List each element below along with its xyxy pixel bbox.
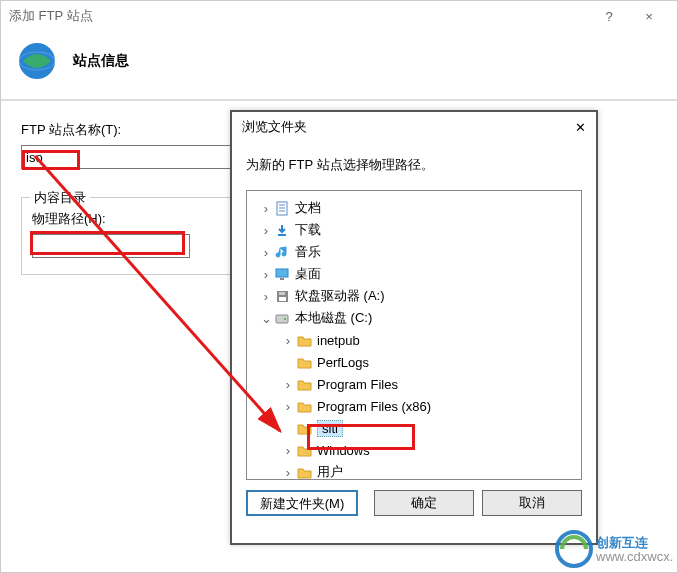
folder-icon (295, 465, 313, 480)
svg-text:创新互连: 创新互连 (595, 535, 649, 550)
header-area: 站点信息 (1, 31, 677, 101)
physical-path-input[interactable] (32, 234, 190, 258)
download-icon (273, 223, 291, 238)
close-button[interactable]: ✕ (562, 120, 586, 135)
browse-titlebar: 浏览文件夹 ✕ (232, 112, 596, 142)
folder-icon (295, 443, 313, 458)
chevron-right-icon[interactable]: › (281, 443, 295, 458)
tree-item-label: Program Files (317, 377, 398, 392)
tree-item-label: 本地磁盘 (C:) (295, 309, 372, 327)
folder-icon (295, 421, 313, 436)
svg-rect-11 (279, 297, 286, 301)
svg-rect-7 (276, 269, 288, 277)
tree-item[interactable]: ›文档 (249, 197, 579, 219)
chevron-right-icon[interactable]: › (281, 377, 295, 392)
svg-rect-10 (279, 292, 285, 295)
window-title: 添加 FTP 站点 (9, 7, 589, 25)
tree-item-label: 桌面 (295, 265, 321, 283)
chevron-right-icon[interactable]: › (281, 465, 295, 480)
browse-title: 浏览文件夹 (242, 118, 562, 136)
tree-item-label: 软盘驱动器 (A:) (295, 287, 385, 305)
disk-icon (273, 311, 291, 326)
tree-item-label: siti (317, 420, 343, 437)
tree-item[interactable]: ›Windows (249, 439, 579, 461)
page-title: 站点信息 (73, 52, 129, 70)
tree-item-label: 音乐 (295, 243, 321, 261)
folder-tree[interactable]: ›文档›下载›音乐›桌面›软盘驱动器 (A:)⌄本地磁盘 (C:)›inetpu… (246, 190, 582, 480)
folder-icon (295, 355, 313, 370)
music-icon (273, 245, 291, 260)
floppy-icon (273, 289, 291, 304)
svg-point-13 (284, 318, 286, 320)
desktop-icon (273, 267, 291, 282)
tree-item[interactable]: ›Program Files (x86) (249, 395, 579, 417)
tree-item[interactable]: ⌄本地磁盘 (C:) (249, 307, 579, 329)
tree-item[interactable]: ›桌面 (249, 263, 579, 285)
chevron-right-icon[interactable]: › (259, 201, 273, 216)
chevron-right-icon[interactable]: › (259, 223, 273, 238)
svg-rect-8 (280, 278, 284, 280)
folder-icon (295, 399, 313, 414)
chevron-right-icon[interactable]: › (259, 267, 273, 282)
tree-item[interactable]: ›Program Files (249, 373, 579, 395)
tree-item[interactable]: ›软盘驱动器 (A:) (249, 285, 579, 307)
browse-message: 为新的 FTP 站点选择物理路径。 (246, 156, 582, 174)
chevron-right-icon[interactable]: › (281, 333, 295, 348)
tree-item-label: Windows (317, 443, 370, 458)
content-dir-group: 内容目录 物理路径(H): (21, 197, 231, 275)
tree-item-label: PerfLogs (317, 355, 369, 370)
tree-item[interactable]: siti (249, 417, 579, 439)
new-folder-button[interactable]: 新建文件夹(M) (246, 490, 358, 516)
site-name-input[interactable] (21, 145, 231, 169)
physical-path-label: 物理路径(H): (32, 210, 220, 228)
main-titlebar: 添加 FTP 站点 ? × (1, 1, 677, 31)
ok-button[interactable]: 确定 (374, 490, 474, 516)
browse-folder-dialog: 浏览文件夹 ✕ 为新的 FTP 站点选择物理路径。 ›文档›下载›音乐›桌面›软… (230, 110, 598, 545)
tree-item-label: Program Files (x86) (317, 399, 431, 414)
tree-item[interactable]: ›用户 (249, 461, 579, 480)
tree-item-label: 文档 (295, 199, 321, 217)
help-button[interactable]: ? (589, 9, 629, 24)
cancel-button[interactable]: 取消 (482, 490, 582, 516)
tree-item[interactable]: ›下载 (249, 219, 579, 241)
tree-item-label: inetpub (317, 333, 360, 348)
chevron-right-icon[interactable]: › (259, 289, 273, 304)
group-label: 内容目录 (30, 189, 90, 207)
chevron-right-icon[interactable]: › (259, 245, 273, 260)
tree-item-label: 下载 (295, 221, 321, 239)
globe-icon (15, 39, 59, 83)
folder-icon (295, 333, 313, 348)
chevron-down-icon[interactable]: ⌄ (259, 311, 273, 326)
chevron-right-icon[interactable]: › (281, 399, 295, 414)
document-icon (273, 201, 291, 216)
tree-item[interactable]: ›音乐 (249, 241, 579, 263)
watermark-logo: 创新互连 www.cdxwcx.com (554, 529, 674, 569)
svg-text:www.cdxwcx.com: www.cdxwcx.com (595, 549, 674, 564)
tree-item[interactable]: PerfLogs (249, 351, 579, 373)
tree-item-label: 用户 (317, 463, 343, 480)
folder-icon (295, 377, 313, 392)
svg-rect-12 (276, 315, 288, 323)
tree-item[interactable]: ›inetpub (249, 329, 579, 351)
close-button[interactable]: × (629, 9, 669, 24)
